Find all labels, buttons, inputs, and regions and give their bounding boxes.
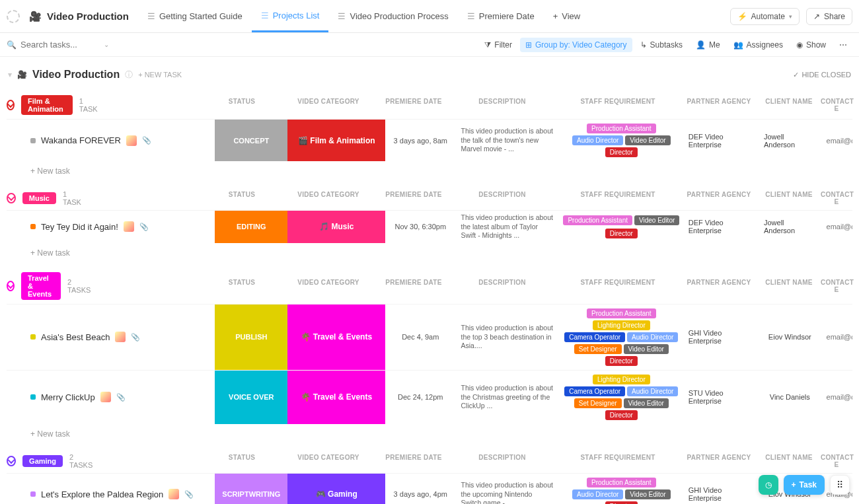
col-partner-agency[interactable]: PARTNER AGENCY — [681, 188, 757, 208]
staff-chip[interactable]: Camera Operator — [564, 332, 625, 342]
new-task-button[interactable]: +Task — [784, 475, 825, 495]
col-staff-requirement[interactable]: STAFF REQUIREMENT — [555, 188, 681, 208]
tab-video-production-process[interactable]: ☰Video Production Process — [328, 1, 457, 32]
staff-chip[interactable]: Video Editor — [624, 344, 669, 354]
hide-closed-button[interactable]: ✓HIDE CLOSED — [793, 71, 851, 79]
staff-chip[interactable]: Lighting Director — [593, 375, 650, 384]
tab-view[interactable]: +View — [544, 1, 590, 32]
search-input[interactable] — [20, 40, 100, 50]
collapse-group-button[interactable] — [7, 100, 15, 110]
group-pill[interactable]: Gaming — [22, 455, 63, 467]
apps-button[interactable]: ⠿ — [830, 475, 850, 495]
info-icon[interactable]: ⓘ — [125, 69, 133, 81]
client-cell[interactable]: Jowell Anderson — [759, 120, 821, 161]
task-row[interactable]: Merry ClickUp📎VOICE OVER🌴 Travel & Event… — [7, 370, 852, 424]
staff-chip[interactable]: Director — [605, 356, 638, 366]
staff-chip[interactable]: Audio Director — [572, 135, 623, 145]
col-client-name[interactable]: CLIENT NAME — [757, 276, 821, 296]
collapse-group-button[interactable] — [7, 456, 16, 466]
tab-projects-list[interactable]: ☰Projects List — [252, 1, 329, 32]
staff-chip[interactable]: Video Editor — [624, 398, 669, 408]
task-name-cell[interactable]: Let's Explore the Paldea Region📎 — [7, 474, 215, 504]
staff-chip[interactable]: Video Editor — [625, 135, 670, 145]
group-pill[interactable]: Travel & Events — [21, 272, 61, 300]
collapse-group-button[interactable] — [7, 193, 16, 203]
client-cell[interactable]: Eiov Windsor — [759, 305, 821, 370]
col-video-category[interactable]: VIDEO CATEGORY — [279, 95, 378, 115]
subtasks-button[interactable]: ↳Subtasks — [635, 38, 688, 52]
agency-cell[interactable]: DEF Video Enterprise — [683, 120, 759, 161]
staff-cell[interactable]: Production AssistantAudio DirectorVideo … — [560, 120, 683, 161]
collapse-group-button[interactable] — [7, 281, 15, 291]
staff-cell[interactable]: Lighting DirectorCamera OperatorAudio Di… — [560, 371, 683, 424]
assignees-button[interactable]: 👥Assignees — [728, 38, 788, 52]
client-cell[interactable]: Jowell Anderson — [759, 211, 821, 243]
contact-cell[interactable]: email@cl — [821, 371, 852, 424]
agency-cell[interactable]: GHI Video Enterprise — [683, 474, 759, 504]
col-staff-requirement[interactable]: STAFF REQUIREMENT — [555, 451, 681, 471]
category-cell[interactable]: 🌴 Travel & Events — [287, 371, 385, 424]
description-cell[interactable]: This video production is about the lates… — [455, 211, 559, 243]
description-cell[interactable]: This video production is about the talk … — [455, 120, 559, 161]
task-name-cell[interactable]: Merry ClickUp📎 — [7, 371, 215, 424]
staff-chip[interactable]: Set Designer — [574, 398, 622, 408]
agency-cell[interactable]: GHI Video Enterprise — [683, 305, 759, 370]
task-name-cell[interactable]: Wakanda FOREVER📎 — [7, 120, 215, 161]
col-premiere-date[interactable]: PREMIERE DATE — [378, 95, 449, 115]
show-button[interactable]: ◉Show — [791, 38, 831, 52]
col-premiere-date[interactable]: PREMIERE DATE — [378, 276, 449, 296]
description-cell[interactable]: This video production is about the Chris… — [455, 371, 559, 424]
col-video-category[interactable]: VIDEO CATEGORY — [279, 188, 378, 208]
staff-chip[interactable]: Director — [605, 147, 638, 157]
status-cell[interactable]: VOICE OVER — [215, 371, 287, 424]
staff-chip[interactable]: Lighting Director — [593, 320, 650, 330]
staff-chip[interactable]: Camera Operator — [564, 386, 625, 396]
search-wrapper[interactable]: 🔍 ⌄ — [7, 40, 109, 50]
col-client-name[interactable]: CLIENT NAME — [757, 95, 821, 115]
group-pill[interactable]: Music — [22, 192, 56, 204]
date-cell[interactable]: 3 days ago, 4pm — [385, 474, 455, 504]
staff-chip[interactable]: Director — [605, 501, 638, 504]
share-button[interactable]: ↗ Share — [806, 8, 852, 25]
col-status[interactable]: STATUS — [205, 276, 279, 296]
col-status[interactable]: STATUS — [205, 95, 279, 115]
col-contact-e[interactable]: CONTACT E — [821, 451, 852, 471]
staff-chip[interactable]: Director — [605, 410, 638, 420]
group-by-button[interactable]: ⊞Group by: Video Category — [520, 38, 632, 52]
col-description[interactable]: DESCRIPTION — [449, 451, 555, 471]
date-cell[interactable]: 3 days ago, 8am — [385, 120, 455, 161]
task-name-cell[interactable]: Tey Tey Did it Again!📎 — [7, 211, 215, 243]
task-name-cell[interactable]: Asia's Best Beach📎 — [7, 305, 215, 370]
new-task-inline[interactable]: + NEW TASK — [138, 71, 182, 79]
task-row[interactable]: Wakanda FOREVER📎CONCEPT🎬 Film & Animatio… — [7, 119, 852, 161]
agency-cell[interactable]: STU Video Enterprise — [683, 371, 759, 424]
staff-chip[interactable]: Production Assistant — [563, 215, 632, 225]
staff-chip[interactable]: Production Assistant — [587, 124, 656, 133]
tab-getting-started-guide[interactable]: ☰Getting Started Guide — [138, 1, 252, 32]
date-cell[interactable]: Dec 4, 9am — [385, 305, 455, 370]
staff-chip[interactable]: Audio Director — [572, 489, 623, 499]
contact-cell[interactable]: email@cl — [821, 305, 852, 370]
staff-chip[interactable]: Production Assistant — [587, 478, 656, 487]
status-cell[interactable]: CONCEPT — [215, 120, 287, 161]
category-cell[interactable]: 🎮 Gaming — [287, 474, 385, 504]
staff-chip[interactable]: Video Editor — [634, 215, 679, 225]
chevron-down-icon[interactable]: ⌄ — [104, 41, 109, 48]
date-cell[interactable]: Nov 30, 6:30pm — [385, 211, 455, 243]
col-description[interactable]: DESCRIPTION — [449, 276, 555, 296]
col-contact-e[interactable]: CONTACT E — [821, 95, 852, 115]
new-task-row[interactable]: + New task — [7, 161, 852, 181]
col-staff-requirement[interactable]: STAFF REQUIREMENT — [555, 95, 681, 115]
staff-chip[interactable]: Audio Director — [627, 332, 678, 342]
staff-cell[interactable]: Production AssistantLighting DirectorCam… — [560, 305, 683, 370]
staff-chip[interactable]: Production Assistant — [587, 308, 656, 318]
col-status[interactable]: STATUS — [205, 451, 279, 471]
col-contact-e[interactable]: CONTACT E — [821, 188, 852, 208]
workspace-avatar[interactable] — [7, 10, 20, 23]
category-cell[interactable]: 🌴 Travel & Events — [287, 305, 385, 370]
col-video-category[interactable]: VIDEO CATEGORY — [279, 276, 378, 296]
col-description[interactable]: DESCRIPTION — [449, 188, 555, 208]
timer-button[interactable]: ◷ — [759, 475, 778, 495]
date-cell[interactable]: Dec 24, 12pm — [385, 371, 455, 424]
staff-chip[interactable]: Set Designer — [574, 344, 622, 354]
